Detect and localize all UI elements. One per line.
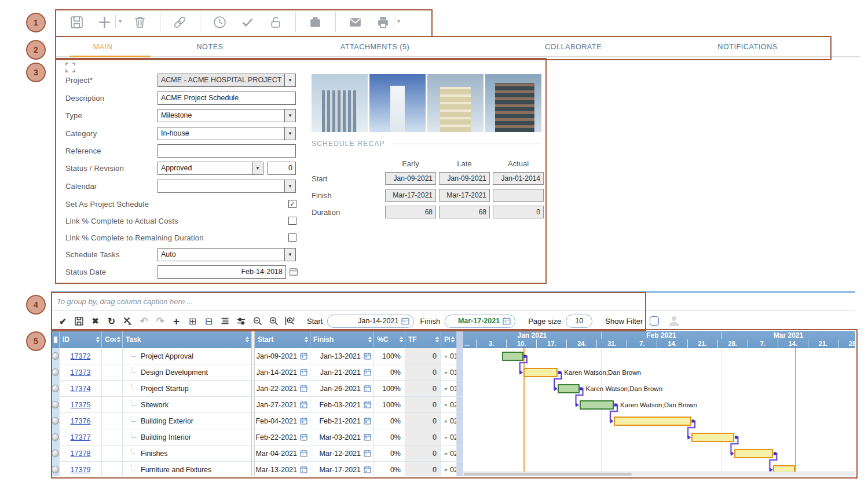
dropdown-caret-icon[interactable]: ▾ bbox=[115, 15, 122, 28]
phase-cell[interactable]: 01 Pr bbox=[441, 348, 457, 364]
chevron-down-icon[interactable]: ▼ bbox=[284, 180, 295, 192]
calendar-icon[interactable] bbox=[289, 267, 298, 276]
finish-date-cell[interactable]: Feb-21-2021 bbox=[310, 413, 374, 429]
sort-icon[interactable] bbox=[117, 337, 120, 342]
column-splitter[interactable] bbox=[457, 331, 463, 348]
start-date-cell[interactable]: Jan-22-2021 bbox=[255, 381, 310, 396]
select-all-checkbox[interactable] bbox=[54, 337, 57, 343]
adjust-columns-icon[interactable] bbox=[236, 316, 246, 326]
confirm-icon[interactable]: ✔ bbox=[58, 316, 68, 326]
phase-cell[interactable]: 01 Pr bbox=[441, 364, 457, 380]
project-select[interactable]: ACME - ACME HOSPITAL PROJECT ▼ bbox=[158, 74, 296, 87]
finish-date-picker[interactable]: Mar-17-2021 bbox=[445, 315, 515, 328]
calendar-select[interactable]: ▼ bbox=[158, 180, 296, 193]
code-cell[interactable] bbox=[102, 381, 123, 396]
chevron-down-icon[interactable]: ▼ bbox=[284, 249, 295, 261]
row-selector-radio[interactable] bbox=[52, 433, 59, 441]
calendar-icon[interactable] bbox=[297, 417, 307, 425]
code-cell[interactable] bbox=[102, 445, 123, 461]
column-header-tf[interactable]: TF bbox=[405, 331, 441, 348]
calendar-icon[interactable] bbox=[361, 417, 371, 425]
task-name-cell[interactable]: Design Development bbox=[123, 364, 251, 380]
gantt-bar-project-approval[interactable] bbox=[502, 352, 523, 361]
percent-complete-cell[interactable]: 0% bbox=[374, 445, 405, 461]
phase-cell[interactable]: 01 Pr bbox=[441, 381, 457, 396]
calendar-icon[interactable] bbox=[297, 466, 307, 473]
check-icon[interactable] bbox=[237, 13, 257, 31]
percent-complete-cell[interactable]: 0% bbox=[374, 364, 405, 380]
start-date-cell[interactable]: Jan-27-2021 bbox=[255, 397, 310, 412]
calendar-icon[interactable] bbox=[361, 433, 371, 441]
task-name-cell[interactable]: Building Exterior bbox=[123, 413, 251, 429]
row-selector-radio[interactable] bbox=[52, 401, 59, 408]
delete-icon[interactable] bbox=[130, 13, 149, 31]
code-cell[interactable] bbox=[102, 462, 123, 476]
calendar-icon[interactable] bbox=[297, 368, 307, 376]
save-grid-icon[interactable] bbox=[74, 316, 84, 326]
cancel-icon[interactable]: ✖ bbox=[90, 316, 100, 326]
add-icon[interactable] bbox=[94, 13, 114, 31]
calendar-icon[interactable] bbox=[297, 352, 307, 360]
task-id-link[interactable]: 17379 bbox=[71, 466, 91, 474]
project-photo[interactable] bbox=[427, 74, 484, 132]
code-cell[interactable] bbox=[102, 348, 123, 364]
group-by-dropzone[interactable]: To group by, drag column caption here ..… bbox=[51, 293, 855, 311]
project-photo[interactable] bbox=[312, 74, 368, 132]
task-name-cell[interactable]: Sitework bbox=[123, 397, 251, 412]
calendar-icon[interactable] bbox=[361, 450, 371, 457]
link-percent-remaining-duration-checkbox[interactable] bbox=[288, 233, 296, 242]
percent-complete-cell[interactable]: 100% bbox=[374, 397, 405, 412]
row-selector-radio[interactable] bbox=[52, 385, 59, 392]
reference-input[interactable] bbox=[158, 144, 296, 158]
phase-cell[interactable]: 02 C bbox=[441, 462, 457, 476]
dropdown-caret-icon[interactable]: ▾ bbox=[394, 15, 400, 28]
set-as-project-schedule-checkbox[interactable] bbox=[288, 200, 296, 208]
sort-icon[interactable] bbox=[435, 337, 439, 342]
task-name-cell[interactable]: Finishes bbox=[123, 445, 251, 461]
task-id-link[interactable]: 17372 bbox=[71, 352, 91, 360]
sort-icon[interactable] bbox=[451, 337, 455, 342]
column-header-phase[interactable]: Phase bbox=[441, 331, 457, 348]
start-date-cell[interactable]: Jan-14-2021 bbox=[255, 364, 310, 380]
task-name-cell[interactable]: Building Interior bbox=[123, 429, 251, 445]
finish-date-cell[interactable]: Feb-03-2021 bbox=[310, 397, 374, 412]
row-selector-radio[interactable] bbox=[52, 368, 59, 376]
tab-attachments-5[interactable]: ATTACHMENTS (5) bbox=[269, 36, 481, 57]
chevron-down-icon[interactable]: ▼ bbox=[252, 162, 263, 174]
code-cell[interactable] bbox=[102, 364, 123, 380]
project-photo[interactable] bbox=[485, 74, 541, 132]
percent-complete-cell[interactable]: 0% bbox=[374, 429, 405, 445]
gantt-bar-project-startup[interactable] bbox=[558, 384, 579, 393]
column-header-start[interactable]: Start bbox=[255, 331, 310, 348]
code-cell[interactable] bbox=[102, 397, 123, 412]
calendar-icon[interactable] bbox=[361, 352, 371, 360]
task-name-cell[interactable]: Project Startup bbox=[123, 381, 251, 396]
task-id-link[interactable]: 17373 bbox=[71, 368, 91, 377]
outline-icon[interactable] bbox=[220, 316, 230, 326]
phase-cell[interactable]: 02 C bbox=[441, 397, 457, 412]
calendar-icon[interactable] bbox=[361, 401, 371, 408]
schedule-tasks-select[interactable]: Auto ▼ bbox=[158, 248, 296, 261]
discard-icon[interactable] bbox=[123, 316, 133, 326]
unlock-icon[interactable] bbox=[265, 13, 285, 31]
start-date-cell[interactable]: Jan-09-2021 bbox=[255, 348, 310, 364]
description-input[interactable] bbox=[158, 92, 296, 105]
start-date-cell[interactable]: Feb-22-2021 bbox=[255, 429, 310, 445]
sort-icon[interactable] bbox=[246, 337, 249, 342]
tab-main[interactable]: MAIN bbox=[55, 36, 151, 57]
tab-collaborate[interactable]: COLLABORATE bbox=[481, 36, 666, 57]
percent-complete-cell[interactable]: 0% bbox=[374, 413, 405, 429]
task-name-cell[interactable]: Furniture and Fixtures bbox=[123, 462, 251, 476]
start-date-cell[interactable]: Mar-13-2021 bbox=[255, 462, 310, 476]
zoom-out-icon[interactable] bbox=[252, 316, 262, 326]
task-id-link[interactable]: 17374 bbox=[71, 385, 91, 393]
gantt-horizontal-scrollbar[interactable] bbox=[463, 472, 855, 476]
start-date-picker[interactable]: Jan-14-2021 bbox=[327, 315, 414, 328]
task-id-link[interactable]: 17377 bbox=[71, 433, 91, 441]
chevron-down-icon[interactable]: ▼ bbox=[284, 109, 295, 122]
history-icon[interactable] bbox=[210, 13, 229, 31]
add-row-icon[interactable]: + bbox=[171, 316, 181, 326]
calendar-icon[interactable] bbox=[361, 368, 371, 376]
column-header-finish[interactable]: Finish bbox=[310, 331, 374, 348]
phase-cell[interactable]: 02 C bbox=[441, 429, 457, 445]
